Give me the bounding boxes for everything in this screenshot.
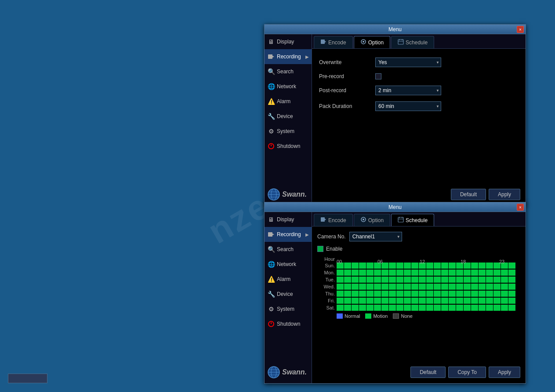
cell[interactable] [486,291,493,297]
cell[interactable] [449,263,456,269]
cell[interactable] [344,298,351,304]
cell[interactable] [434,298,441,304]
cell[interactable] [419,305,426,311]
cell[interactable] [396,291,403,297]
apply-button-1[interactable]: Apply [489,189,520,200]
cell[interactable] [396,305,403,311]
cell[interactable] [501,270,508,276]
cell[interactable] [441,270,448,276]
cell[interactable] [374,284,381,290]
cell[interactable] [359,277,366,283]
cell[interactable] [381,277,388,283]
cell[interactable] [479,305,486,311]
cell[interactable] [337,284,344,290]
cell[interactable] [479,270,486,276]
cell[interactable] [501,298,508,304]
cell[interactable] [404,305,411,311]
cell[interactable] [419,277,426,283]
cell[interactable] [389,277,396,283]
cell[interactable] [479,291,486,297]
cell[interactable] [366,277,374,283]
cell[interactable] [471,284,478,290]
cell[interactable] [479,277,486,283]
cell[interactable] [486,263,493,269]
default-button-2[interactable]: Default [410,367,446,378]
sidebar-item-device-1[interactable]: 🔧 Device [265,109,312,124]
cell[interactable] [374,270,381,276]
cell[interactable] [389,270,396,276]
copyto-button[interactable]: Copy To [448,367,486,378]
cell[interactable] [352,298,359,304]
cell[interactable] [486,305,493,311]
cell[interactable] [501,291,508,297]
cell[interactable] [366,298,374,304]
cell[interactable] [441,284,448,290]
cell[interactable] [344,291,351,297]
cell[interactable] [449,270,456,276]
cell[interactable] [389,284,396,290]
cell[interactable] [456,298,463,304]
cell[interactable] [501,305,508,311]
cell[interactable] [508,277,515,283]
cell[interactable] [464,298,471,304]
cell[interactable] [396,284,403,290]
cell[interactable] [471,291,478,297]
cell[interactable] [359,298,366,304]
cell[interactable] [434,305,441,311]
cell[interactable] [366,291,374,297]
apply-button-2[interactable]: Apply [489,367,520,378]
cell[interactable] [359,263,366,269]
cell[interactable] [404,284,411,290]
sidebar-item-shutdown-2[interactable]: Shutdown [265,316,312,331]
cell[interactable] [464,284,471,290]
cell[interactable] [411,284,418,290]
cell[interactable] [381,270,388,276]
cell[interactable] [396,263,403,269]
cell[interactable] [426,263,433,269]
cell[interactable] [479,284,486,290]
cell[interactable] [501,284,508,290]
cell[interactable] [344,284,351,290]
cell[interactable] [449,298,456,304]
cell[interactable] [464,305,471,311]
sidebar-item-alarm-1[interactable]: ⚠️ Alarm [265,94,312,109]
cell[interactable] [456,291,463,297]
cell[interactable] [493,291,501,297]
cell[interactable] [426,277,433,283]
tab-encode-1[interactable]: Encode [314,36,353,48]
cell[interactable] [359,291,366,297]
cell[interactable] [404,298,411,304]
sidebar-item-alarm-2[interactable]: ⚠️ Alarm [265,272,312,287]
cell[interactable] [456,277,463,283]
cell[interactable] [456,305,463,311]
cell[interactable] [508,291,515,297]
cell[interactable] [426,298,433,304]
cell[interactable] [441,298,448,304]
sidebar-item-system-2[interactable]: ⚙ System [265,302,312,316]
cell[interactable] [493,298,501,304]
cell[interactable] [404,263,411,269]
cell[interactable] [508,305,515,311]
cell[interactable] [352,263,359,269]
cell[interactable] [359,270,366,276]
cell[interactable] [449,277,456,283]
cell[interactable] [426,305,433,311]
cell[interactable] [464,277,471,283]
cell[interactable] [366,263,374,269]
cell[interactable] [441,305,448,311]
cell[interactable] [411,291,418,297]
cell[interactable] [352,305,359,311]
cell[interactable] [344,305,351,311]
cell[interactable] [449,291,456,297]
cell[interactable] [381,284,388,290]
cell[interactable] [381,298,388,304]
cell[interactable] [426,270,433,276]
cell[interactable] [501,277,508,283]
cell[interactable] [374,305,381,311]
cell[interactable] [493,270,501,276]
cell[interactable] [411,277,418,283]
cell[interactable] [434,270,441,276]
cell[interactable] [404,291,411,297]
cell[interactable] [441,263,448,269]
overwrite-select[interactable]: Yes No [375,58,441,67]
